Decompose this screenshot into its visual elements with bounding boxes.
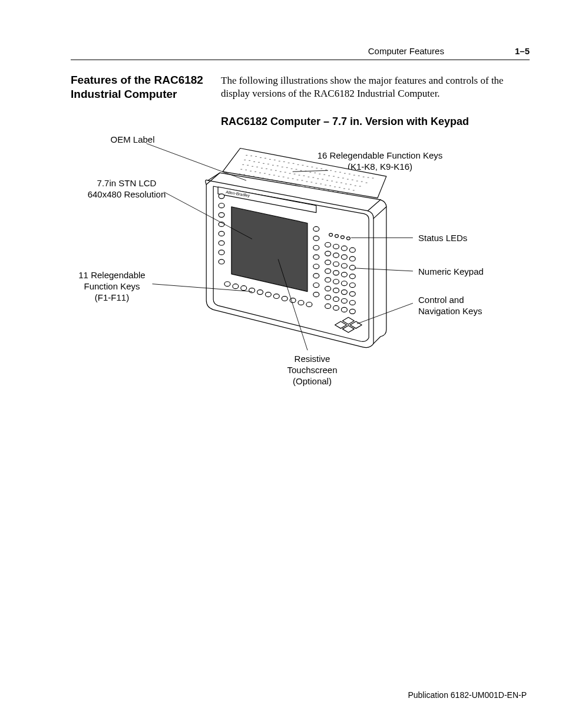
svg-point-8 — [219, 259, 224, 264]
svg-point-36 — [325, 251, 331, 256]
svg-point-52 — [325, 286, 331, 291]
svg-point-62 — [341, 307, 347, 312]
svg-point-31 — [346, 237, 350, 240]
intro-paragraph: The following illustrations show the maj… — [221, 74, 518, 100]
svg-point-45 — [333, 271, 339, 275]
svg-point-32 — [325, 242, 331, 247]
svg-point-41 — [333, 262, 339, 266]
svg-point-46 — [341, 272, 347, 277]
svg-point-58 — [341, 299, 347, 304]
svg-point-61 — [333, 305, 339, 310]
svg-point-13 — [257, 290, 263, 295]
svg-point-29 — [335, 235, 339, 238]
svg-point-44 — [325, 269, 331, 274]
figure-area: OEM Label 7.7in STN LCD 640x480 Resoluti… — [71, 130, 527, 395]
svg-point-9 — [224, 282, 230, 286]
svg-point-37 — [333, 253, 339, 258]
svg-point-47 — [349, 274, 355, 279]
svg-point-15 — [273, 294, 279, 299]
svg-point-53 — [333, 288, 339, 293]
svg-point-48 — [325, 278, 331, 282]
svg-point-25 — [313, 274, 319, 278]
publication-footer: Publication 6182-UM001D-EN-P — [408, 690, 527, 700]
svg-point-35 — [349, 248, 355, 252]
svg-point-3 — [219, 213, 224, 218]
svg-point-49 — [333, 279, 339, 284]
svg-point-11 — [241, 286, 247, 291]
svg-point-59 — [349, 301, 355, 305]
svg-point-6 — [219, 241, 224, 245]
svg-point-39 — [349, 256, 355, 261]
svg-point-30 — [340, 236, 344, 239]
svg-point-12 — [249, 288, 255, 293]
svg-point-34 — [341, 246, 347, 251]
svg-point-63 — [349, 309, 355, 314]
svg-point-7 — [219, 250, 224, 255]
svg-point-21 — [313, 236, 319, 241]
svg-point-54 — [341, 290, 347, 295]
svg-point-51 — [349, 283, 355, 288]
svg-point-16 — [282, 297, 287, 301]
svg-point-42 — [341, 263, 347, 268]
svg-point-33 — [333, 244, 339, 249]
svg-point-10 — [233, 284, 239, 289]
svg-point-19 — [306, 302, 312, 307]
svg-point-23 — [313, 255, 319, 259]
header-section-label: Computer Features — [368, 46, 444, 56]
svg-point-43 — [349, 265, 355, 270]
svg-point-28 — [329, 233, 333, 236]
svg-point-57 — [333, 297, 339, 302]
svg-point-56 — [325, 295, 331, 300]
svg-point-55 — [349, 292, 355, 297]
svg-point-22 — [313, 245, 319, 250]
svg-point-26 — [313, 283, 319, 288]
page-header: Computer Features 1–5 — [71, 46, 530, 60]
svg-point-40 — [325, 260, 331, 265]
section-heading: Features of the RAC6182 Industrial Compu… — [71, 73, 209, 101]
svg-point-20 — [313, 226, 319, 231]
svg-point-27 — [313, 292, 319, 297]
svg-point-24 — [313, 264, 319, 269]
svg-point-5 — [219, 231, 224, 236]
figure-title: RAC6182 Computer – 7.7 in. Version with … — [221, 116, 469, 128]
svg-point-2 — [219, 203, 224, 208]
svg-point-18 — [298, 301, 304, 305]
svg-point-14 — [265, 292, 271, 297]
svg-point-38 — [341, 255, 347, 259]
svg-point-1 — [219, 194, 224, 199]
device-illustration: Allen-Bradley — [71, 130, 527, 395]
svg-point-60 — [325, 304, 331, 308]
svg-point-50 — [341, 281, 347, 286]
page-number: 1–5 — [515, 46, 530, 56]
